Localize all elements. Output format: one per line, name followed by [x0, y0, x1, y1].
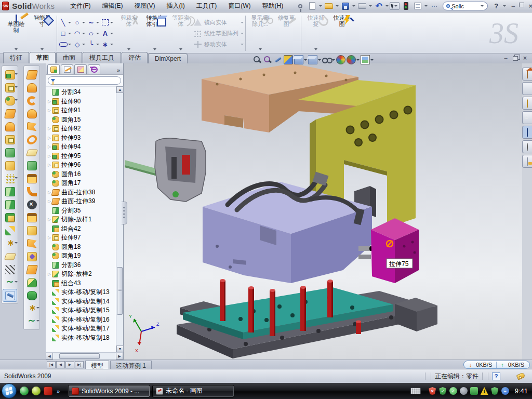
tree-item[interactable]: 分割34	[47, 88, 123, 97]
command-tab[interactable]: DimXpert	[148, 54, 188, 63]
tree-horizontal-scrollbar[interactable]: ◀ ▶	[46, 352, 123, 360]
help-dropdown[interactable]	[503, 5, 506, 7]
command-tab[interactable]: 曲面	[56, 52, 82, 63]
tree-item[interactable]: 曲面-拉伸39	[47, 197, 123, 206]
feature-tool-button[interactable]	[3, 276, 17, 289]
expand-arrow-icon[interactable]	[47, 154, 52, 158]
surface-tool-button[interactable]	[24, 198, 39, 211]
sketch-entity-button[interactable]: ○	[87, 28, 100, 39]
tray-icon[interactable]: −	[501, 387, 509, 395]
pin-icon[interactable]	[295, 1, 306, 11]
linear-pattern-button[interactable]: 线性草图阵列	[194, 28, 244, 39]
tree-item[interactable]: 实体-移动/复制18	[47, 334, 123, 343]
tree-item[interactable]: 实体-移动/复制15	[47, 306, 123, 315]
tab-nav-button[interactable]: ◀	[56, 361, 65, 368]
task-pane-tab[interactable]	[522, 126, 532, 139]
sketch-entity-button[interactable]: ∼	[87, 17, 100, 28]
tree-item[interactable]: 圆角17	[47, 179, 123, 188]
sketch-entity-button[interactable]: ◠	[73, 28, 86, 39]
command-tab[interactable]: 模具工具	[83, 52, 121, 63]
sketch-entity-button[interactable]: ╰	[87, 39, 100, 50]
view-tool-button[interactable]	[294, 55, 307, 64]
surface-tool-button[interactable]	[24, 133, 39, 146]
tree-item[interactable]: 分割36	[47, 261, 123, 270]
surface-tool-button[interactable]	[24, 159, 39, 172]
sketch-entity-button[interactable]: A	[101, 28, 114, 39]
expand-arrow-icon[interactable]	[47, 235, 52, 240]
tree-item[interactable]: 圆角18	[47, 243, 123, 252]
view-tool-button[interactable]	[308, 55, 321, 64]
tray-icon[interactable]: !	[481, 387, 488, 395]
surface-tool-button[interactable]	[24, 263, 39, 276]
tree-item[interactable]: 拉伸91	[47, 106, 123, 115]
doc-close-button[interactable]: ×	[523, 55, 527, 62]
surface-tool-button[interactable]	[24, 94, 39, 107]
panel-splitter-handle[interactable]	[122, 202, 127, 224]
view-tool-button[interactable]	[336, 55, 345, 64]
feature-tool-button[interactable]	[3, 146, 17, 159]
sketch-entity-button[interactable]: ◇	[73, 39, 86, 50]
undo-dropdown[interactable]	[385, 5, 389, 7]
surface-tool-button[interactable]	[24, 120, 39, 133]
tab-configuration-manager[interactable]	[74, 64, 87, 74]
menu-item[interactable]: 插入(I)	[162, 0, 190, 12]
sketch-entity-button[interactable]	[59, 39, 72, 50]
panel-more-chevron[interactable]: »	[115, 67, 122, 74]
tree-item[interactable]: 曲面-拉伸38	[47, 188, 123, 197]
expand-arrow-icon[interactable]	[47, 163, 52, 167]
surface-tool-button[interactable]	[24, 302, 39, 315]
expand-arrow-icon[interactable]	[47, 108, 52, 113]
sketch-entity-button[interactable]: □	[59, 28, 72, 39]
feature-tool-button[interactable]	[3, 289, 17, 302]
tree-item[interactable]: 拉伸94	[47, 142, 123, 152]
trim-entities-button[interactable]: 剪裁实体	[116, 14, 142, 53]
convert-entities-button[interactable]: 转换实体引用	[142, 14, 168, 53]
offset-entities-button[interactable]: 等距实体	[168, 14, 194, 53]
minimize-button[interactable]: –	[511, 3, 515, 9]
sketch-entity-button[interactable]: ○	[73, 17, 86, 28]
help-button[interactable]: ?	[490, 1, 502, 11]
tree-item[interactable]: 圆角19	[47, 251, 123, 261]
messenger-icon[interactable]	[20, 387, 29, 395]
document-tab[interactable]: 模型	[85, 361, 109, 369]
task-pane-tab[interactable]	[522, 97, 532, 110]
expand-arrow-icon[interactable]	[47, 99, 52, 104]
display-delete-relations-button[interactable]: 显示/删除几...	[247, 14, 273, 53]
tree-item[interactable]: 实体-移动/复制13	[47, 288, 123, 297]
search-box[interactable]	[443, 2, 488, 10]
surface-tool-button[interactable]	[24, 107, 39, 120]
feature-tool-button[interactable]	[3, 198, 17, 211]
doc-minimize-button[interactable]: –	[504, 55, 508, 62]
surface-tool-button[interactable]	[24, 276, 39, 289]
mirror-entities-button[interactable]: 镜向实体	[194, 17, 244, 28]
surface-tool-button[interactable]	[24, 172, 39, 185]
scroll-left-arrow[interactable]: ◀	[46, 353, 53, 360]
part-tool-head[interactable]	[125, 138, 206, 202]
task-pane-tab[interactable]	[522, 68, 532, 81]
taskbar-window-button[interactable]: 未命名 - 画图	[152, 385, 234, 397]
menu-item[interactable]: 视图(V)	[129, 0, 161, 12]
view-tool-button[interactable]	[284, 55, 293, 64]
quick-launch-icon[interactable]	[32, 387, 41, 395]
scroll-right-arrow[interactable]: ▶	[116, 353, 123, 360]
feature-tool-button[interactable]	[3, 68, 17, 81]
tree-item[interactable]: 圆角15	[47, 115, 123, 125]
menu-item[interactable]: 工具(T)	[191, 0, 222, 12]
options-dropdown[interactable]	[424, 5, 428, 7]
tree-item[interactable]: 拉伸92	[47, 124, 123, 134]
expand-arrow-icon[interactable]	[47, 136, 52, 140]
surface-tool-button[interactable]	[24, 289, 39, 302]
surface-tool-button[interactable]	[24, 81, 39, 94]
part-insert-block[interactable]	[371, 218, 419, 283]
tree-item[interactable]: 切除-放样2	[47, 270, 123, 279]
open-file-button[interactable]	[323, 1, 335, 11]
repair-sketch-button[interactable]: 修复草图	[273, 14, 299, 53]
menu-item[interactable]: 窗口(W)	[223, 0, 256, 12]
tree-item[interactable]: 圆角16	[47, 170, 123, 179]
tab-nav-button[interactable]: ▶	[65, 361, 74, 368]
feature-tool-button[interactable]	[3, 81, 17, 94]
tab-nav-button[interactable]: ▶|	[75, 361, 84, 368]
menu-item[interactable]: 帮助(H)	[257, 0, 289, 12]
task-pane-tab[interactable]	[522, 82, 532, 95]
feature-tool-button[interactable]	[3, 107, 17, 120]
